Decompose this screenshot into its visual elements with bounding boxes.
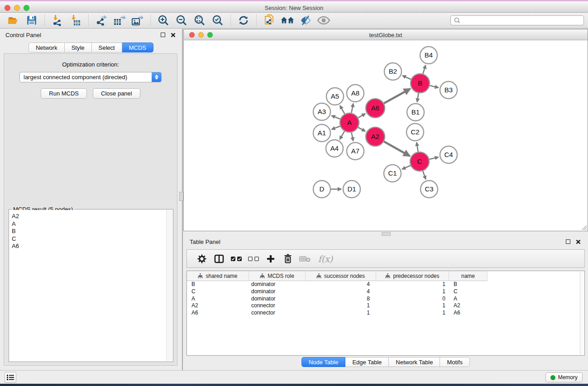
graph-edge-A-A5[interactable] [340,105,344,114]
graph-node-C[interactable]: C [410,152,429,171]
table-row[interactable]: A2 connector 1 1 A2 [187,302,584,310]
graph-edge-C-C4[interactable] [429,157,438,159]
zoom-fit-icon[interactable] [193,14,206,27]
graph-node-B2[interactable]: B2 [384,63,402,80]
show-columns-icon[interactable] [212,252,226,266]
table-row[interactable]: B dominator 4 1 B [187,281,584,288]
table-row[interactable]: C dominator 4 1 C [187,288,584,295]
graph-edge-C-C1[interactable] [402,166,411,169]
graph-node-C2[interactable]: C2 [406,124,424,141]
graph-edge-B-B4[interactable] [423,65,425,74]
select-stepper-icon [152,72,161,82]
add-column-icon[interactable] [264,252,277,266]
column-header-name[interactable]: name [449,271,488,281]
tab-select[interactable]: Select [92,43,122,52]
table-panel-divider-grip[interactable] [382,232,391,236]
graph-edge-C-C2[interactable] [416,143,418,152]
result-scrollbar[interactable] [166,210,172,361]
zoom-out-icon[interactable] [175,14,188,27]
table-row[interactable]: A dominator 8 0 A [187,295,584,303]
show-graphics-details-icon[interactable] [317,14,330,27]
graph-edge-B-B2[interactable] [402,76,411,79]
delete-column-icon[interactable] [281,252,295,266]
graph-edge-C-C3[interactable] [423,171,425,179]
zoom-selected-icon[interactable] [211,14,225,27]
import-network-icon[interactable] [51,14,64,27]
graph-node-C1[interactable]: C1 [384,165,401,182]
network-canvas[interactable]: AA1A2A3A4A5A6A7A8BB1B2B3B4CC1C2C3C4DD1 [184,40,588,231]
deselect-all-columns-icon[interactable] [247,252,260,266]
graph-node-B4[interactable]: B4 [420,47,437,64]
select-all-columns-icon[interactable] [229,252,243,266]
graph-node-A3[interactable]: A3 [313,103,330,120]
graph-edge-A-A3[interactable] [331,115,340,119]
column-header-shared-name[interactable]: shared name [187,271,249,281]
tab-node-table[interactable]: Node Table [301,357,346,367]
graph-node-B[interactable]: B [411,74,430,93]
table-options-gear-icon[interactable] [195,252,209,266]
graph-node-A1[interactable]: A1 [313,124,330,142]
tab-motifs[interactable]: Motifs [440,357,470,367]
network-title: testGlobe.txt [184,32,588,38]
export-network-icon[interactable] [95,14,108,27]
save-session-icon[interactable] [25,14,38,27]
graph-edge-A-A7[interactable] [351,133,353,141]
graph-edge-B-B3[interactable] [430,86,438,88]
graph-node-C4[interactable]: C4 [440,146,457,163]
close-panel-icon[interactable] [169,31,177,38]
open-file-icon[interactable] [7,14,20,27]
tab-mcds[interactable]: MCDS [122,43,153,52]
run-mcds-button[interactable]: Run MCDS [41,88,87,99]
tab-network-table[interactable]: Network Table [389,357,440,367]
graph-edge-A-A4[interactable] [340,131,344,139]
mcds-result-list[interactable]: A2 A B C A6 [10,210,166,361]
result-item: A [12,220,166,228]
import-table-icon[interactable] [69,14,82,27]
table-row[interactable]: A6 connector 1 1 A6 [187,310,584,317]
graph-node-A4[interactable]: A4 [326,140,343,157]
panel-divider-grip[interactable] [179,192,183,201]
tab-style[interactable]: Style [65,43,92,52]
network-window-titlebar[interactable]: testGlobe.txt [184,29,588,40]
optimization-criterion-select[interactable]: largest connected component (directed) [19,72,162,82]
graph-node-D[interactable]: D [313,181,330,198]
table-scrollbar[interactable] [580,272,584,355]
float-table-panel-icon[interactable] [564,238,572,245]
graph-edge-A2-C[interactable] [384,142,410,156]
graph-node-B1[interactable]: B1 [407,104,424,121]
float-panel-icon[interactable] [159,31,167,38]
graph-node-A2[interactable]: A2 [366,127,385,146]
window-resize-grip[interactable] [581,224,587,230]
column-header-mcds-role[interactable]: MCDS role [249,271,306,281]
close-panel-button[interactable]: Close panel [93,88,140,99]
houses-icon[interactable] [281,14,294,27]
memory-button[interactable]: Memory [545,372,583,382]
graph-node-D1[interactable]: D1 [343,181,360,198]
search-input[interactable] [462,16,583,24]
graph-node-C3[interactable]: C3 [421,181,438,198]
hide-graphics-details-icon[interactable] [299,14,312,27]
close-table-panel-icon[interactable] [574,238,582,245]
refresh-icon[interactable] [237,14,250,27]
graph-node-B3[interactable]: B3 [440,81,457,99]
graph-edge-A-A1[interactable] [332,126,340,129]
task-history-button[interactable] [5,372,16,383]
graph-node-A8[interactable]: A8 [347,85,364,102]
graph-edge-A-A8[interactable] [351,104,353,113]
graph-node-A[interactable]: A [340,113,359,132]
tab-network[interactable]: Network [29,43,65,52]
graph-node-A6[interactable]: A6 [366,99,385,118]
graph-edge-A-A6[interactable] [358,114,365,118]
export-table-icon[interactable] [113,14,126,27]
graph-edge-A-A2[interactable] [358,128,365,132]
column-header-predecessor-nodes[interactable]: predecessor nodes [376,271,449,281]
export-image-icon[interactable] [131,14,144,27]
graph-edge-B-B1[interactable] [417,93,419,102]
graph-edge-A6-B[interactable] [384,89,410,103]
graph-node-A5[interactable]: A5 [326,88,344,105]
tab-edge-table[interactable]: Edge Table [345,357,389,367]
column-header-successor-nodes[interactable]: successor nodes [306,271,376,281]
graph-node-A7[interactable]: A7 [347,143,364,160]
zoom-in-icon[interactable] [157,14,170,27]
new-session-from-network-icon[interactable] [263,14,276,27]
